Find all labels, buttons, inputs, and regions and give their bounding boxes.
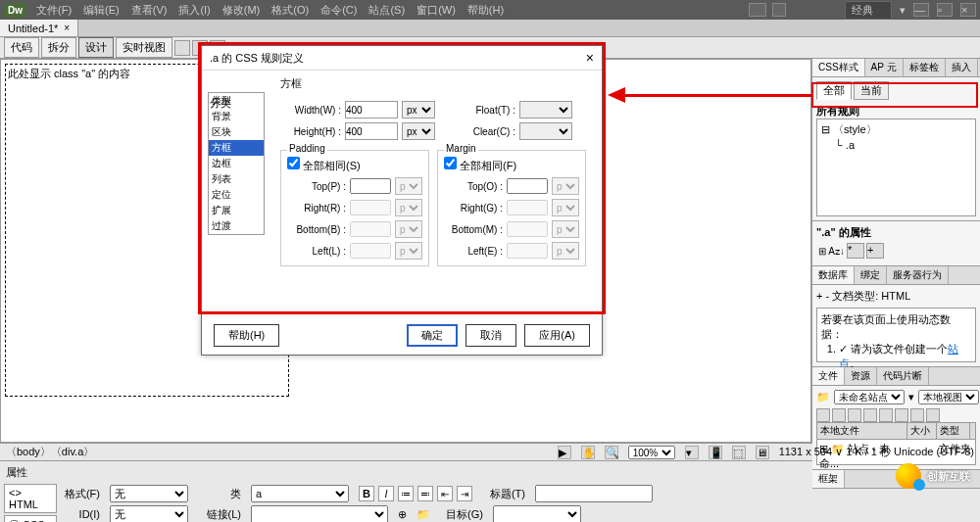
files-icon-expand[interactable] <box>926 408 940 422</box>
toolbar-icon-1[interactable] <box>174 40 190 56</box>
menu-site[interactable]: 站点(S) <box>368 3 405 18</box>
tab-tag-inspector[interactable]: 标签检 <box>904 59 946 76</box>
title-input[interactable] <box>535 485 653 502</box>
menu-insert[interactable]: 插入(I) <box>178 3 210 18</box>
ul-button[interactable]: ≔ <box>398 486 414 501</box>
height-unit-select[interactable]: px <box>402 122 435 140</box>
doc-tab-close-icon[interactable]: × <box>64 23 70 33</box>
dialog-close-icon[interactable]: × <box>586 50 594 66</box>
view-select[interactable]: 本地视图 <box>918 390 979 404</box>
link-point-icon[interactable]: ⊕ <box>398 508 407 521</box>
cat-extensions[interactable]: 扩展 <box>209 203 264 218</box>
workspace-select[interactable]: 经典 <box>845 1 892 20</box>
ol-button[interactable]: ≕ <box>417 486 433 501</box>
tab-snippets[interactable]: 代码片断 <box>877 367 929 385</box>
padding-bottom-unit[interactable]: px <box>395 220 422 238</box>
cat-background[interactable]: 背景 <box>209 109 264 124</box>
margin-left-input[interactable] <box>507 243 548 259</box>
cat-transition[interactable]: 过渡 <box>209 218 264 234</box>
link-select[interactable] <box>251 505 388 522</box>
tablet-icon[interactable]: ⬚ <box>732 446 746 459</box>
padding-right-input[interactable] <box>350 200 391 215</box>
cat-border[interactable]: 边框 <box>209 156 264 171</box>
cat-box[interactable]: 方框 <box>209 140 264 156</box>
css-rules-list[interactable]: ⊟ 〈style〉 └ .a <box>816 119 976 216</box>
format-select[interactable]: 无 <box>110 485 188 502</box>
css-prop-icon-1[interactable]: * <box>847 243 864 259</box>
tab-files[interactable]: 文件 <box>812 367 845 385</box>
apply-button[interactable]: 应用(A) <box>524 324 590 347</box>
cancel-button[interactable]: 取消 <box>466 324 516 347</box>
margin-top-input[interactable] <box>507 178 548 194</box>
add-prop-icon[interactable]: ⊞ Aᴢ↓ <box>818 246 845 257</box>
menu-command[interactable]: 命令(C) <box>320 3 357 18</box>
maximize-button[interactable]: ▫ <box>937 3 953 17</box>
menu-format[interactable]: 格式(O) <box>271 3 309 18</box>
phone-icon[interactable]: 📱 <box>709 446 722 459</box>
indent-button[interactable]: ⇥ <box>457 486 472 501</box>
padding-right-unit[interactable]: px <box>395 199 422 216</box>
ok-button[interactable]: 确定 <box>407 324 458 347</box>
margin-right-unit[interactable]: px <box>552 199 579 216</box>
margin-bottom-unit[interactable]: px <box>552 220 579 238</box>
window-size-icon[interactable]: ▾ <box>685 446 699 459</box>
rule-class-a[interactable]: └ .a <box>819 138 973 152</box>
width-input[interactable] <box>345 101 398 119</box>
hand-tool-icon[interactable]: ✋ <box>581 446 595 459</box>
link-browse-icon[interactable]: 📁 <box>416 508 430 521</box>
tab-assets[interactable]: 资源 <box>845 367 877 385</box>
menu-view[interactable]: 查看(V) <box>131 3 168 18</box>
code-view-button[interactable]: 代码 <box>4 37 39 58</box>
padding-left-input[interactable] <box>350 243 391 259</box>
doc-tab-untitled[interactable]: Untitled-1* × <box>0 20 78 36</box>
bold-button[interactable]: B <box>359 486 374 501</box>
menu-edit[interactable]: 编辑(E) <box>83 3 120 18</box>
layout-menu-icon[interactable] <box>772 3 786 17</box>
menu-file[interactable]: 文件(F) <box>36 3 72 18</box>
css-sub-current[interactable]: 当前 <box>854 81 889 100</box>
padding-top-unit[interactable]: px <box>395 177 422 195</box>
search-icon[interactable]: ▾ <box>900 4 906 17</box>
margin-bottom-input[interactable] <box>507 221 548 237</box>
cat-list[interactable]: 列表 <box>209 171 264 187</box>
site-select[interactable]: 未命名站点 8 <box>834 390 905 404</box>
italic-button[interactable]: I <box>378 486 394 501</box>
menu-window[interactable]: 窗口(W) <box>416 3 456 18</box>
select-tool-icon[interactable]: ▶ <box>558 446 571 459</box>
cat-block[interactable]: 区块 <box>209 124 264 140</box>
files-icon-put[interactable] <box>863 408 877 422</box>
tab-server-behaviors[interactable]: 服务器行为 <box>887 266 949 284</box>
rule-style-tag[interactable]: ⊟ 〈style〉 <box>819 121 973 138</box>
margin-right-input[interactable] <box>507 200 548 215</box>
live-view-button[interactable]: 实时视图 <box>116 37 172 58</box>
tab-database[interactable]: 数据库 <box>812 266 855 284</box>
padding-left-unit[interactable]: px <box>395 242 422 260</box>
design-view-button[interactable]: 设计 <box>78 37 114 58</box>
class-select[interactable]: a <box>251 485 349 502</box>
desktop-icon[interactable]: 🖥 <box>756 446 769 459</box>
html-props-button[interactable]: <> HTML <box>4 484 57 513</box>
padding-all-same[interactable]: 全部相同(S) <box>287 160 361 171</box>
files-icon-get[interactable] <box>848 408 861 422</box>
margin-all-same[interactable]: 全部相同(F) <box>444 160 516 171</box>
minimize-button[interactable]: — <box>913 3 929 17</box>
id-select[interactable]: 无 <box>110 505 188 522</box>
help-button[interactable]: 帮助(H) <box>214 324 279 347</box>
files-icon-refresh[interactable] <box>832 408 846 422</box>
files-icon-sync[interactable] <box>910 408 924 422</box>
files-icon-connect[interactable] <box>816 408 830 422</box>
zoom-tool-icon[interactable]: 🔍 <box>605 446 618 459</box>
clear-select[interactable] <box>519 122 572 140</box>
tab-insert[interactable]: 插入 <box>946 59 978 76</box>
margin-left-unit[interactable]: px <box>552 242 579 260</box>
tab-css-styles[interactable]: CSS样式 <box>812 59 865 76</box>
height-input[interactable] <box>345 122 398 140</box>
cat-positioning[interactable]: 定位 <box>209 187 264 203</box>
float-select[interactable] <box>519 101 572 119</box>
padding-bottom-input[interactable] <box>350 221 391 237</box>
target-select[interactable] <box>493 505 581 522</box>
width-unit-select[interactable]: px <box>402 101 435 119</box>
css-prop-icon-2[interactable]: + <box>866 243 884 259</box>
outdent-button[interactable]: ⇤ <box>437 486 453 501</box>
margin-top-unit[interactable]: px <box>552 177 579 195</box>
